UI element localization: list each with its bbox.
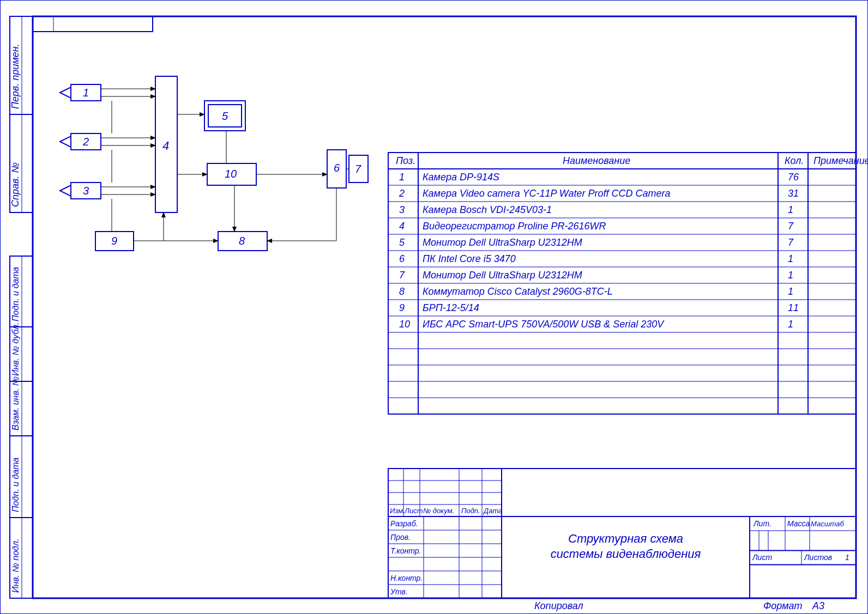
cell-pos: 10 [399,319,410,330]
svg-text:1: 1 [83,87,89,99]
svg-text:1: 1 [845,553,849,562]
side-label-6: Инв. № подл. [11,539,20,593]
svg-text:7: 7 [355,163,361,175]
cell-name: Видеорегистратор Proline PR-2616WR [423,221,606,232]
camera-2: 2 [60,133,101,150]
svg-text:10: 10 [225,168,237,180]
cell-name: Монитор Dell UltraSharp U2312HM [423,270,582,281]
cell-name: ИБС APC Smart-UPS 750VA/500W USB & Seria… [423,319,665,330]
svg-text:Лит.: Лит. [753,519,771,528]
cell-qty: 1 [788,253,793,264]
cell-qty: 1 [788,319,793,330]
svg-text:8: 8 [239,235,245,247]
cell-pos: 5 [399,237,405,248]
cell-pos: 9 [399,302,405,313]
footer-copy: Копировал [534,600,583,611]
svg-marker-21 [60,185,71,196]
cell-qty: 7 [788,221,794,232]
cell-name: ПК Intel Core i5 3470 [423,253,516,264]
block-diagram: 1 2 3 4 5 10 8 9 6 7 [60,76,368,251]
cell-pos: 4 [399,221,405,232]
th-qty: Кол. [785,155,804,166]
svg-marker-18 [60,136,71,147]
svg-text:Лист: Лист [752,553,772,562]
camera-3: 3 [60,183,101,199]
cell-pos: 7 [399,270,405,281]
svg-text:4: 4 [162,139,169,153]
svg-text:Листов: Листов [804,553,832,562]
drawing: Перв. примен. Справ. № Подп. и дата Инв.… [0,0,868,614]
side-label-3: Инв. № дубл. [11,323,20,376]
cell-pos: 8 [399,286,405,297]
title-block: Изм.Лист№ докум.Подп.ДатаРазраб.Пров.Т.к… [388,469,856,598]
cell-name: Коммутатор Cisco Catalyst 2960G-8TC-L [423,286,613,297]
cell-name: Камера DP-914S [423,172,499,183]
cell-name: БРП-12-5/14 [423,302,479,313]
side-label-5: Подп. и дата [11,458,20,512]
role-label: Утв. [390,587,408,596]
cell-qty: 11 [788,302,799,313]
cell-qty: 31 [788,188,799,199]
side-label-2: Подп. и дата [11,267,20,321]
cell-pos: 3 [399,204,405,215]
svg-rect-13 [33,16,153,32]
svg-marker-15 [60,87,71,98]
cell-name: Камера Video camera YC-11P Water Proff C… [423,188,670,199]
cell-qty: 1 [788,204,793,215]
role-label: Т.контр. [390,546,421,555]
role-label: Н.контр. [390,574,423,582]
th-note: Примечание [813,155,868,166]
th-pos: Поз. [396,155,415,166]
cell-qty: 76 [788,172,799,183]
svg-text:№ докум.: № докум. [423,507,454,515]
footer-format-value: А3 [812,600,824,611]
side-label-4: Взам. инв. № [11,376,20,430]
side-label-0: Перв. примен. [10,44,21,109]
cell-pos: 1 [399,172,405,183]
side-label-1: Справ. № [10,162,21,207]
drawing-title-1: Структурная схема [568,532,683,545]
svg-text:Лист: Лист [404,507,423,515]
drawing-title-2: системы виденаблюдения [551,547,701,561]
side-label-column: Перв. примен. Справ. № Подп. и дата Инв.… [10,16,33,598]
cell-name: Монитор Dell UltraSharp U2312HM [423,237,582,248]
svg-text:Изм.: Изм. [390,507,405,515]
svg-text:6: 6 [334,162,340,174]
svg-text:3: 3 [83,185,89,197]
cell-qty: 7 [788,237,794,248]
svg-text:Подп.: Подп. [461,507,480,515]
th-name: Наименование [563,155,630,166]
svg-text:2: 2 [82,136,89,148]
cell-qty: 1 [788,286,793,297]
camera-1: 1 [60,84,101,101]
svg-text:Масса: Масса [787,519,810,528]
parts-table: Поз.НаименованиеКол.Примечание1Камера DP… [388,153,868,414]
cell-name: Камера Bosch VDI-245V03-1 [423,204,552,215]
svg-text:Масштаб: Масштаб [811,520,844,528]
role-label: Пров. [390,533,411,542]
block-5-monitor: 5 [204,101,245,131]
svg-text:5: 5 [222,110,228,122]
cell-qty: 1 [788,270,793,281]
svg-text:Дата: Дата [483,507,502,515]
cell-pos: 6 [399,253,405,264]
role-label: Разраб. [390,519,418,528]
footer-format-label: Формат [763,600,802,611]
svg-text:9: 9 [111,235,117,247]
cell-pos: 2 [399,188,405,199]
